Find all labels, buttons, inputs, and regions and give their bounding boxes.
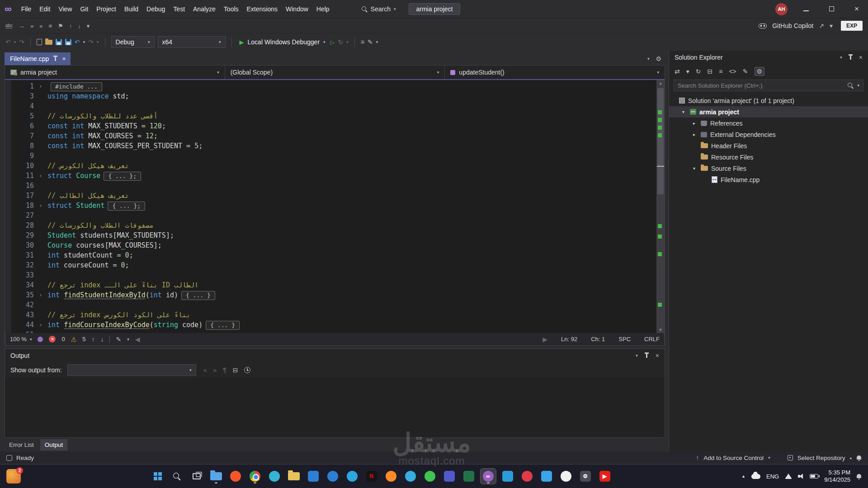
- copilot-menu-icon[interactable]: ▾: [830, 22, 833, 29]
- edit-icon[interactable]: ✎: [743, 68, 748, 75]
- solution-configurations-dropdown[interactable]: Debug ▾: [111, 36, 155, 48]
- mail-icon[interactable]: [306, 469, 321, 484]
- tab-filename-cpp[interactable]: FileName.cpp ×: [5, 52, 71, 65]
- solution-explorer-search[interactable]: Search Solution Explorer (Ctrl+;) ▾: [674, 80, 863, 91]
- spaces-indicator[interactable]: SPC: [618, 336, 631, 343]
- solution-platforms-dropdown[interactable]: x64 ▾: [158, 36, 226, 48]
- switch-views-icon[interactable]: ⇄: [675, 68, 680, 75]
- menu-project[interactable]: Project: [92, 4, 120, 14]
- code-editor[interactable]: 1›#include ...3using namespace std;45// …: [5, 80, 665, 333]
- code-line-3[interactable]: 3using namespace std;: [5, 91, 665, 101]
- code-line-27[interactable]: 27: [5, 211, 665, 221]
- tree-expanded-arrow-icon[interactable]: ▾: [693, 166, 701, 171]
- tab-output[interactable]: Output: [40, 439, 68, 450]
- youtube-icon[interactable]: ▶: [597, 469, 613, 484]
- panel-position-icon[interactable]: ▾: [840, 55, 842, 60]
- code-line-28[interactable]: 28// مصفوفات الطلاب والكورسات: [5, 221, 665, 230]
- line-indicator[interactable]: Ln: 92: [561, 336, 577, 343]
- output-content[interactable]: [5, 378, 665, 437]
- refresh-icon[interactable]: ↻: [696, 68, 701, 75]
- code-cleanup-icon[interactable]: ✎: [116, 336, 121, 343]
- error-count[interactable]: 0: [61, 336, 65, 343]
- comment-lines-icon[interactable]: ≡: [49, 23, 52, 29]
- line-endings-indicator[interactable]: CRLF: [644, 336, 660, 343]
- start-icon[interactable]: [150, 469, 165, 484]
- clear-all-icon[interactable]: ⊟: [233, 366, 238, 374]
- toolbar-options-icon[interactable]: ✎: [368, 38, 373, 46]
- code-line-51[interactable]: 51: [5, 330, 665, 333]
- redo-menu-icon[interactable]: ▾: [97, 40, 99, 44]
- weather-widget[interactable]: 2: [6, 469, 21, 483]
- code-line-35[interactable]: 35›int findStudentIndexById(int id){ ...…: [5, 290, 665, 300]
- zoom-dropdown[interactable]: 100 % ▾: [10, 336, 32, 343]
- menu-test[interactable]: Test: [169, 4, 189, 14]
- volume-icon[interactable]: [798, 474, 804, 479]
- attach-icon[interactable]: ≡: [361, 38, 364, 46]
- menu-analyze[interactable]: Analyze: [189, 4, 220, 14]
- scroll-down-icon[interactable]: ▼: [656, 328, 665, 332]
- code-line-4[interactable]: 4: [5, 101, 665, 111]
- menu-debug[interactable]: Debug: [142, 4, 169, 14]
- prev-bookmark-icon[interactable]: ↑: [69, 23, 72, 29]
- save-icon[interactable]: [56, 39, 62, 45]
- editor-scrollbar[interactable]: ▲ ▼: [656, 80, 665, 333]
- scroll-left-icon[interactable]: ◀: [135, 336, 140, 343]
- copilot-share-icon[interactable]: ↗: [819, 22, 824, 29]
- settings-icon[interactable]: ⚙: [755, 67, 765, 76]
- file-explorer-icon[interactable]: [208, 469, 224, 484]
- search-icon[interactable]: [170, 469, 185, 484]
- output-panel-header[interactable]: Output ▾ ×: [5, 349, 665, 362]
- firefox-icon[interactable]: [383, 469, 399, 484]
- language-indicator[interactable]: ENG: [766, 473, 779, 480]
- tree-collapsed-arrow-icon[interactable]: ▸: [693, 132, 701, 137]
- code-line-11[interactable]: 11›struct Course{ ... };: [5, 171, 665, 181]
- navigate-backward-icon[interactable]: ↶: [5, 38, 11, 46]
- tree-item-source-files[interactable]: ▾Source Files: [669, 163, 868, 174]
- undo-menu-icon[interactable]: ▾: [83, 40, 85, 44]
- bookmarks-menu-icon[interactable]: ▾: [87, 23, 90, 29]
- code-line-9[interactable]: 9: [5, 151, 665, 161]
- jump-icon[interactable]: »: [213, 366, 217, 374]
- battery-icon[interactable]: [810, 474, 818, 479]
- hot-reload-icon[interactable]: ↻: [338, 38, 344, 46]
- microsoft-store-icon[interactable]: [325, 469, 340, 484]
- fold-chevron-icon[interactable]: ›: [34, 81, 47, 91]
- menu-window[interactable]: Window: [282, 4, 312, 14]
- member-dropdown[interactable]: updateStudent() ▾: [445, 66, 665, 79]
- tree-item-filename-cpp[interactable]: ++FileName.cpp: [669, 174, 868, 185]
- menu-extensions[interactable]: Extensions: [243, 4, 282, 14]
- code-line-10[interactable]: 10// تعريف هيكل الكورس: [5, 161, 665, 171]
- navigate-forward-icon[interactable]: ↷: [19, 38, 24, 46]
- code-line-1[interactable]: 1›#include ...: [5, 81, 665, 91]
- open-file-icon[interactable]: [45, 40, 52, 45]
- undo-icon[interactable]: ↶: [75, 38, 80, 46]
- code-line-7[interactable]: 7const int MAX_COURSES = 12;: [5, 131, 665, 141]
- warning-count[interactable]: 5: [82, 336, 85, 343]
- netflix-icon[interactable]: N: [364, 469, 379, 484]
- indent-icon[interactable]: »: [30, 23, 33, 29]
- preview-code-icon[interactable]: <>: [729, 68, 736, 75]
- code-line-16[interactable]: 16: [5, 181, 665, 191]
- solution-explorer-header[interactable]: Solution Explorer ▾ ×: [669, 51, 868, 64]
- tree-item-armia-project[interactable]: ▾++armia project: [669, 106, 868, 117]
- spell-check-icon[interactable]: abc: [5, 23, 13, 28]
- breakpoint-margin[interactable]: [5, 80, 11, 333]
- notification-center-icon[interactable]: [856, 474, 862, 479]
- tree-item-header-files[interactable]: Header Files: [669, 140, 868, 151]
- teams-icon[interactable]: [442, 469, 457, 484]
- scope-dropdown[interactable]: (Global Scope) ▾: [225, 66, 445, 79]
- menu-file[interactable]: File: [17, 4, 36, 14]
- github-copilot-label[interactable]: GitHub Copilot: [772, 22, 813, 29]
- tree-expanded-arrow-icon[interactable]: ▾: [682, 109, 690, 114]
- tree-item-resource-files[interactable]: Resource Files: [669, 151, 868, 163]
- window-title-project[interactable]: armia project: [409, 3, 461, 15]
- toolbar-overflow-icon[interactable]: ▾: [376, 40, 378, 44]
- hot-reload-menu-icon[interactable]: ▾: [346, 40, 349, 44]
- task-view-icon[interactable]: [189, 469, 204, 484]
- new-file-icon[interactable]: [37, 39, 42, 45]
- whatsapp-icon[interactable]: [422, 469, 438, 484]
- navigate-backward-menu-icon[interactable]: ▾: [14, 40, 16, 44]
- menu-build[interactable]: Build: [120, 4, 142, 14]
- column-indicator[interactable]: Ch: 1: [591, 336, 605, 343]
- collapse-all-icon[interactable]: ⊟: [708, 68, 713, 75]
